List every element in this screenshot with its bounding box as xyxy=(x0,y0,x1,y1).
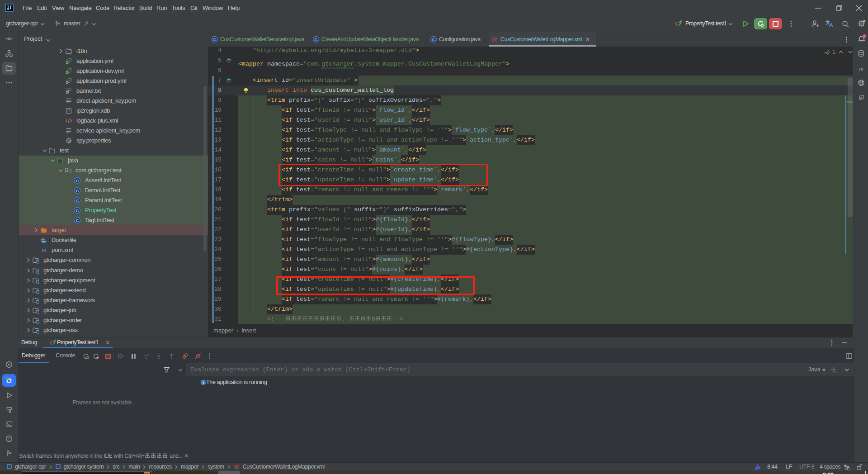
svg-text:m: m xyxy=(859,65,863,72)
svg-text:m: m xyxy=(42,246,46,253)
svg-text:C: C xyxy=(213,37,217,42)
svg-text:C: C xyxy=(315,37,318,42)
svg-text:?: ? xyxy=(68,109,70,113)
svg-text:C: C xyxy=(76,178,79,183)
svg-text:C: C xyxy=(76,198,79,203)
svg-text:C: C xyxy=(432,37,435,42)
svg-text:C: C xyxy=(76,208,79,213)
svg-text:C: C xyxy=(76,188,79,193)
svg-text:C: C xyxy=(76,218,79,223)
